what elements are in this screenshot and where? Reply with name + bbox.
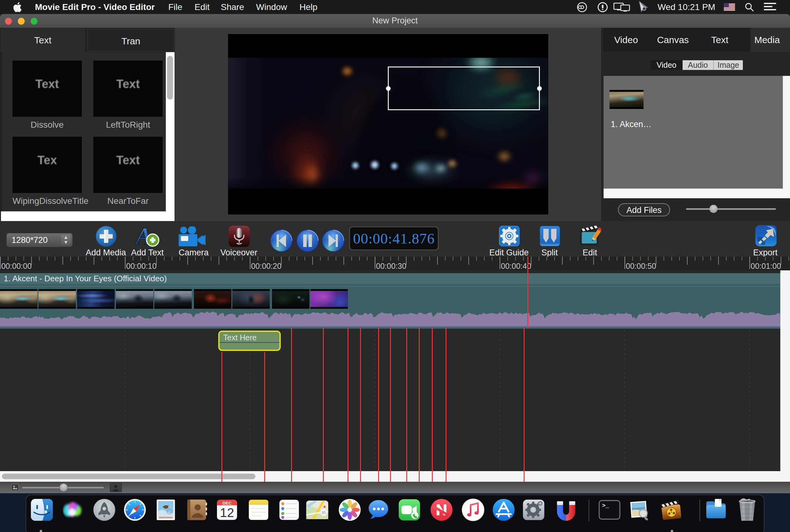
svg-text:3D: 3D <box>322 511 326 514</box>
svg-text:12: 12 <box>220 506 234 520</box>
svg-text:DEC: DEC <box>223 501 232 506</box>
svg-text:>_: >_ <box>602 503 609 510</box>
